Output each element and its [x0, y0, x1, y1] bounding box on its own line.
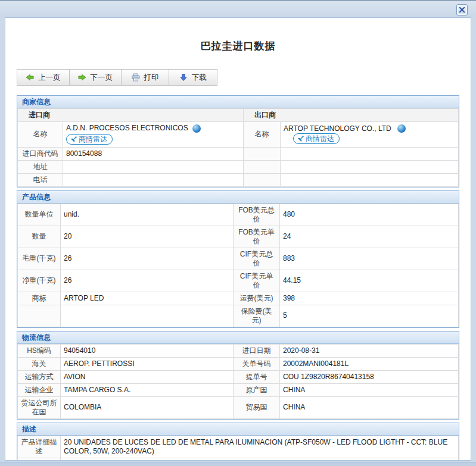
field-value: AEROP. PETTIROSSI: [61, 357, 234, 370]
table-row: 海关 AEROP. PETTIROSSI 关单号码 20002MANI00418…: [18, 357, 459, 370]
field-label: 提单号: [234, 370, 280, 383]
arrow-right-icon: [78, 73, 86, 82]
field-label: HS编码: [18, 344, 61, 357]
field-value: unid.: [61, 204, 234, 226]
prev-page-button[interactable]: 上一页: [17, 70, 70, 85]
table-row: 数量单位 unid. FOB美元总价 480: [18, 204, 459, 226]
importer-column-header: 进口商: [18, 109, 244, 122]
field-label: [18, 305, 61, 327]
phone-label: 电话: [18, 173, 63, 186]
hs-description-value: [61, 458, 459, 461]
field-value: 883: [280, 248, 459, 270]
table-row: 进口商代码 800154088: [18, 147, 459, 160]
table-row: HS编码 94054010 进口日期 2020-08-31: [18, 344, 459, 357]
dialog-panel: 巴拉圭进口数据 上一页 下一页: [5, 17, 471, 461]
field-value: 2020-08-31: [280, 344, 459, 357]
field-label: CIF美元总价: [234, 248, 280, 270]
exporter-name-label: 名称: [244, 122, 281, 148]
field-label: 毛重(千克): [18, 248, 61, 270]
description-table: 产品详细描述 20 UNIDADES DE LUCES DE LED DE ME…: [17, 436, 459, 461]
importer-code-label: 进口商代码: [18, 147, 63, 160]
exporter-radar-button[interactable]: 商情雷达: [293, 133, 340, 144]
section-product-title: 产品信息: [17, 191, 459, 204]
field-value: 26: [61, 248, 234, 270]
field-value: 26: [61, 270, 234, 292]
empty-cell: [244, 147, 281, 160]
globe-icon[interactable]: [192, 124, 201, 133]
globe-icon[interactable]: [397, 124, 406, 133]
table-row: 运输方式 AVION 提单号 COU 1Z9820R86740413158: [18, 370, 459, 383]
close-button[interactable]: [456, 4, 468, 15]
field-label: 数量: [18, 226, 61, 248]
dialog-titlebar: [0, 1, 476, 17]
field-value: 44.15: [280, 270, 459, 292]
empty-cell: [244, 173, 281, 186]
field-label: 净重(千克): [18, 270, 61, 292]
table-row: 地址: [18, 160, 459, 173]
print-button[interactable]: 打印: [122, 70, 169, 85]
table-row: 货运公司所在国 COLOMBIA 贸易国 CHINA: [18, 396, 459, 418]
importer-radar-button[interactable]: 商情雷达: [66, 134, 113, 145]
field-value: [61, 305, 234, 327]
field-label: 运输企业: [18, 383, 61, 396]
table-row: 商标 ARTOP LED 运费(美元) 398: [18, 292, 459, 305]
table-row: 数量 20 FOB美元单价 24: [18, 226, 459, 248]
field-label: 关单号码: [234, 357, 280, 370]
field-label: 海关: [18, 357, 61, 370]
table-row: 电话: [18, 173, 459, 186]
section-product-info: 产品信息 数量单位 unid. FOB美元总价 480 数量 20 FOB美元单…: [17, 190, 459, 328]
download-button[interactable]: 下载: [169, 70, 217, 85]
field-value: 398: [280, 292, 459, 305]
table-row: 毛重(千克) 26 CIF美元总价 883: [18, 248, 459, 270]
field-value: 5: [280, 305, 459, 327]
field-value: COLOMBIA: [61, 396, 234, 418]
importer-name-cell: A.D.N. PROCESOS ELECTRONICOS 商情雷达: [63, 122, 244, 148]
field-label: FOB美元总价: [234, 204, 280, 226]
exporter-radar-label: 商情雷达: [306, 134, 334, 143]
logistics-table: HS编码 94054010 进口日期 2020-08-31 海关 AEROP. …: [17, 344, 459, 419]
table-row: 产品详细描述 20 UNIDADES DE LUCES DE LED DE ME…: [18, 436, 459, 458]
section-logistics-title: 物流信息: [17, 331, 459, 344]
next-page-button[interactable]: 下一页: [70, 70, 122, 85]
next-page-label: 下一页: [91, 73, 113, 83]
prev-page-label: 上一页: [38, 73, 61, 83]
table-row: 运输企业 TAMPA CARGO S.A. 原产国 CHINA: [18, 383, 459, 396]
print-label: 打印: [144, 73, 159, 83]
radar-dish-icon: [70, 136, 77, 143]
field-label: CIF美元单价: [234, 270, 280, 292]
importer-name-label: 名称: [18, 122, 63, 148]
field-value: 480: [280, 204, 459, 226]
printer-icon: [132, 73, 140, 82]
page-title: 巴拉圭进口数据: [5, 39, 471, 53]
field-label: FOB美元单价: [234, 226, 280, 248]
section-description-title: 描述: [17, 423, 459, 436]
merchant-table: 进口商 出口商 名称 A.D.N. PROCESOS ELECTRONICOS: [17, 108, 459, 187]
field-value: CHINA: [280, 396, 459, 418]
empty-cell: [281, 147, 459, 160]
field-value: 94054010: [61, 344, 234, 357]
table-row: 名称 A.D.N. PROCESOS ELECTRONICOS 商情雷达: [18, 122, 459, 148]
radar-dish-icon: [297, 136, 304, 142]
field-label: 运费(美元): [234, 292, 280, 305]
arrow-left-icon: [26, 73, 34, 82]
field-label: 数量单位: [18, 204, 61, 226]
table-row: 进口商 出口商: [18, 109, 459, 122]
field-value: CHINA: [280, 383, 459, 396]
product-detail-label: 产品详细描述: [18, 436, 61, 458]
exporter-name-value: ARTOP TECHNOLOGY CO., LTD: [284, 124, 391, 133]
table-row: 净重(千克) 26 CIF美元单价 44.15: [18, 270, 459, 292]
hs-description-label: HS编码描述: [18, 458, 61, 461]
empty-cell: [244, 160, 281, 173]
importer-code-value: 800154088: [63, 147, 244, 160]
empty-cell: [281, 160, 459, 173]
exporter-column-header: 出口商: [244, 109, 459, 122]
field-label: 保险费(美元): [234, 305, 280, 327]
field-value: 20002MANI004181L: [280, 357, 459, 370]
field-value: COU 1Z9820R86740413158: [280, 370, 459, 383]
field-value: 24: [280, 226, 459, 248]
phone-value: [63, 173, 244, 186]
importer-name-value: A.D.N. PROCESOS ELECTRONICOS: [66, 124, 188, 133]
field-label: 货运公司所在国: [18, 396, 61, 418]
field-label: 贸易国: [234, 396, 280, 418]
table-row: 保险费(美元) 5: [18, 305, 459, 327]
